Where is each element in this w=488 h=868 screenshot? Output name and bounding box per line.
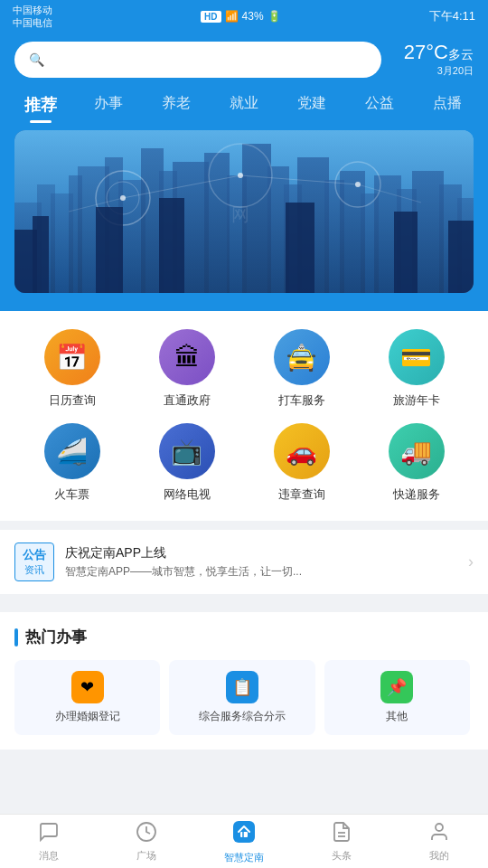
violation-icon: 🚗 [274,423,330,479]
courier-icon: 🚚 [389,423,445,479]
divider-1 [0,521,488,530]
bottom-nav-square-label: 广场 [136,849,156,863]
mine-icon [428,821,450,846]
status-bar: 中国移动 中国电信 HD 📶 43% 🔋 下午4:11 [0,0,488,33]
hot-item-label-1: 综合服务综合分示 [199,709,286,724]
divider-2 [0,594,488,603]
svg-rect-46 [240,832,248,837]
notice-title: 庆祝定南APP上线 [65,545,457,561]
svg-point-34 [238,173,243,178]
status-icons: HD 📶 43% 🔋 [201,10,280,23]
time-display: 下午4:11 [429,8,475,24]
notice-badge-sub: 资讯 [21,563,48,577]
taxi-label: 打车服务 [278,392,325,409]
bottom-nav-news-label: 头条 [332,849,352,863]
svg-rect-11 [204,153,230,293]
nav-tabs: 推荐 办事 养老 就业 党建 公益 点播 [0,90,488,130]
hot-items-row: ❤ 办理婚姻登记 📋 综合服务综合分示 📌 其他 [14,660,474,739]
tourcard-icon: 💳 [389,329,445,385]
grid-item-taxi[interactable]: 🚖 打车服务 [244,329,359,409]
svg-rect-41 [394,212,418,293]
notice-badge-title: 公告 [21,547,48,563]
taxi-icon: 🚖 [274,329,330,385]
svg-point-50 [436,824,443,831]
bottom-nav: 消息 广场 智慧定南 [0,814,488,868]
hot-item-1[interactable]: 📋 综合服务综合分示 [169,660,314,735]
government-label: 直通政府 [164,392,211,409]
violation-label: 违章查询 [278,486,325,503]
grid-item-tourcard[interactable]: 💳 旅游年卡 [359,329,474,409]
bottom-nav-messages[interactable]: 消息 [0,815,98,868]
courier-label: 快递服务 [393,486,440,503]
battery-text: 43% [242,10,264,23]
hot-section-title: 热门办事 [25,627,87,647]
tab-party[interactable]: 党建 [277,90,345,119]
notice-section[interactable]: 公告 资讯 庆祝定南APP上线 智慧定南APP——城市智慧，悦享生活，让一切..… [0,530,488,594]
grid-item-calendar[interactable]: 📅 日历查询 [14,329,129,409]
hot-item-label-0: 办理婚姻登记 [55,709,120,724]
tab-employment[interactable]: 就业 [211,90,278,119]
header: 🔍 27°C多云 3月20日 [0,33,488,90]
grid-item-tv[interactable]: 📺 网络电视 [129,423,244,503]
battery-icon: 🔋 [267,10,281,23]
bottom-nav-home-label: 智慧定南 [224,851,264,864]
square-icon [136,821,157,846]
main-content: 网 📅 日历查询 🏛 直通政府 🚖 打车服务 💳 旅游年卡 [0,130,488,808]
tab-elderly[interactable]: 养老 [143,90,211,119]
carrier-info: 中国移动 中国电信 [13,4,52,30]
hot-item-label-2: 其他 [386,709,408,724]
notice-arrow-icon: › [468,552,474,571]
train-label: 火车票 [54,486,89,503]
banner-svg: 网 [14,130,474,293]
tv-icon: 📺 [159,423,215,479]
search-bar[interactable]: 🔍 [14,42,381,78]
bottom-nav-news[interactable]: 头条 [293,815,390,868]
news-icon [331,821,352,846]
bottom-nav-mine[interactable]: 我的 [390,815,488,868]
hot-item-icon-2: 📌 [380,671,413,703]
search-icon: 🔍 [29,52,44,67]
hot-item-2[interactable]: 📌 其他 [324,660,470,735]
calendar-label: 日历查询 [49,392,96,409]
svg-rect-40 [286,203,314,293]
tab-charity[interactable]: 公益 [345,90,413,119]
svg-rect-38 [96,207,123,293]
tv-label: 网络电视 [164,486,211,503]
bottom-nav-square[interactable]: 广场 [98,815,195,868]
tab-recommend[interactable]: 推荐 [7,90,75,119]
hot-item-icon-1: 📋 [226,671,258,703]
service-grid: 📅 日历查询 🏛 直通政府 🚖 打车服务 💳 旅游年卡 🚄 火车票 📺 [14,329,474,503]
svg-rect-42 [448,221,474,293]
tab-broadcast[interactable]: 点播 [413,90,481,119]
government-icon: 🏛 [159,329,215,385]
bottom-nav-messages-label: 消息 [39,849,59,863]
grid-item-train[interactable]: 🚄 火车票 [14,423,129,503]
svg-rect-39 [159,198,184,293]
grid-item-courier[interactable]: 🚚 快递服务 [359,423,474,503]
train-icon: 🚄 [44,423,100,479]
bottom-nav-mine-label: 我的 [429,849,449,863]
weather-info: 27°C多云 3月20日 [392,42,474,78]
svg-rect-37 [33,216,49,293]
hd-badge: HD [201,11,221,23]
grid-item-government[interactable]: 🏛 直通政府 [129,329,244,409]
banner[interactable]: 网 [14,130,474,293]
tourcard-label: 旅游年卡 [393,392,440,409]
hot-item-0[interactable]: ❤ 办理婚姻登记 [14,660,160,735]
calendar-icon: 📅 [44,329,100,385]
grid-section: 📅 日历查询 🏛 直通政府 🚖 打车服务 💳 旅游年卡 🚄 火车票 📺 [0,311,488,521]
signal-icon: 📶 [225,10,239,23]
svg-point-35 [355,182,361,187]
banner-section: 网 [0,130,488,311]
bottom-nav-home[interactable]: 智慧定南 [195,815,293,868]
hot-section-header: 热门办事 [14,627,474,647]
tab-affairs[interactable]: 办事 [75,90,143,119]
home-icon [231,819,257,848]
messages-icon [38,821,60,846]
weather-date: 3月20日 [392,64,474,78]
section-bar-icon [14,628,18,646]
grid-item-violation[interactable]: 🚗 违章查询 [244,423,359,503]
hot-item-icon-0: ❤ [71,671,104,703]
notice-desc: 智慧定南APP——城市智慧，悦享生活，让一切... [65,564,457,580]
weather-temp: 27°C多云 [392,42,474,62]
